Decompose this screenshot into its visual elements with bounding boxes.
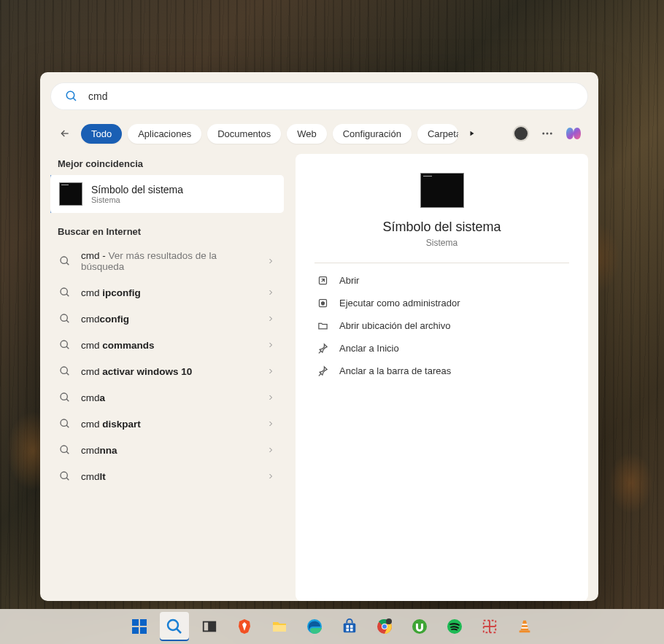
chevron-right-icon xyxy=(266,257,275,265)
svg-rect-41 xyxy=(350,625,353,628)
svg-point-46 xyxy=(382,624,387,629)
svg-rect-31 xyxy=(132,627,139,634)
chevron-right-icon xyxy=(266,367,275,376)
web-suggestion[interactable]: cmdlt xyxy=(50,463,284,489)
detail-action[interactable]: Abrir xyxy=(314,269,569,292)
svg-line-26 xyxy=(66,478,69,480)
suggestion-text: cmd diskpart xyxy=(81,419,256,430)
svg-point-7 xyxy=(547,133,549,135)
copilot-icon[interactable] xyxy=(563,123,584,144)
best-match-item[interactable]: Símbolo del sistema Sistema xyxy=(50,175,284,213)
tab-carpetas[interactable]: Carpetas xyxy=(417,124,458,144)
action-label: Abrir ubicación del archivo xyxy=(339,320,450,331)
svg-point-9 xyxy=(61,257,67,263)
detail-action[interactable]: Abrir ubicación del archivo xyxy=(314,314,569,337)
web-search-label: Buscar en Internet xyxy=(58,226,284,237)
taskbar-taskview[interactable] xyxy=(195,612,224,641)
chevron-right-icon xyxy=(266,341,275,349)
web-suggestion[interactable]: cmdconfig xyxy=(50,306,284,332)
svg-point-0 xyxy=(66,91,74,99)
search-icon xyxy=(59,444,71,456)
svg-point-25 xyxy=(61,472,67,478)
tabs-scroll-right[interactable] xyxy=(464,130,480,137)
best-match-sub: Sistema xyxy=(91,195,183,204)
taskbar-spotify[interactable] xyxy=(440,612,469,641)
suggestion-text: cmd ipconfig xyxy=(81,287,256,298)
taskbar-search[interactable] xyxy=(160,612,189,641)
tab-todo[interactable]: Todo xyxy=(81,124,122,144)
taskbar-snip[interactable] xyxy=(475,612,504,641)
svg-line-12 xyxy=(66,294,69,296)
detail-action[interactable]: Anclar a Inicio xyxy=(314,337,569,360)
more-menu[interactable] xyxy=(537,123,557,144)
tab-configuracion[interactable]: Configuración xyxy=(333,124,412,144)
detail-sub: Sistema xyxy=(426,238,458,248)
taskbar-store[interactable] xyxy=(335,612,364,641)
back-button[interactable] xyxy=(55,123,75,144)
pin-icon xyxy=(316,343,329,354)
taskbar-explorer[interactable] xyxy=(265,612,294,641)
account-avatar[interactable] xyxy=(511,123,531,144)
svg-point-15 xyxy=(61,341,67,347)
search-icon xyxy=(59,339,71,351)
suggestion-text: cmd commands xyxy=(81,340,256,351)
svg-rect-42 xyxy=(346,629,349,632)
search-icon xyxy=(65,90,78,103)
filter-tabs: Todo Aplicaciones Documentos Web Configu… xyxy=(50,123,588,144)
web-suggestion[interactable]: cmda xyxy=(50,384,284,411)
taskbar-utorrent[interactable] xyxy=(405,612,434,641)
suggestion-text: cmdlt xyxy=(81,471,256,482)
web-suggestion[interactable]: cmdnna xyxy=(50,437,284,463)
search-icon xyxy=(59,255,71,267)
svg-point-5 xyxy=(514,127,528,140)
svg-line-10 xyxy=(66,263,69,265)
web-suggestion[interactable]: cmd activar windows 10 xyxy=(50,358,284,384)
taskbar-start[interactable] xyxy=(125,612,154,641)
taskbar-brave[interactable] xyxy=(230,612,259,641)
svg-rect-35 xyxy=(204,622,209,632)
svg-line-24 xyxy=(66,451,69,454)
divider xyxy=(314,263,569,263)
svg-point-33 xyxy=(168,620,178,630)
svg-rect-40 xyxy=(346,625,349,628)
svg-line-16 xyxy=(66,346,69,349)
svg-point-47 xyxy=(386,618,392,624)
tab-documentos[interactable]: Documentos xyxy=(207,124,281,144)
svg-line-34 xyxy=(177,629,181,633)
suggestion-text: cmda xyxy=(81,392,256,403)
svg-point-11 xyxy=(61,288,67,295)
svg-line-18 xyxy=(66,373,69,375)
svg-point-8 xyxy=(550,133,552,135)
open-icon xyxy=(316,275,329,286)
chevron-right-icon xyxy=(266,288,275,297)
detail-actions: AbrirEjecutar como administradorAbrir ub… xyxy=(314,269,569,382)
taskbar-chrome[interactable] xyxy=(370,612,399,641)
svg-point-13 xyxy=(61,314,67,321)
web-suggestion[interactable]: cmd - Ver más resultados de la búsqueda xyxy=(50,243,284,279)
svg-rect-30 xyxy=(140,619,147,626)
detail-action[interactable]: Anclar a la barra de tareas xyxy=(314,360,569,382)
svg-rect-36 xyxy=(210,622,215,632)
detail-pane: Símbolo del sistema Sistema AbrirEjecuta… xyxy=(296,154,588,601)
search-icon xyxy=(59,392,71,403)
taskbar-edge[interactable] xyxy=(300,612,329,641)
search-box[interactable] xyxy=(50,82,588,110)
taskbar-vlc[interactable] xyxy=(510,612,539,641)
tab-web[interactable]: Web xyxy=(287,124,327,144)
chevron-right-icon xyxy=(266,314,275,323)
svg-rect-37 xyxy=(273,625,286,632)
search-input[interactable] xyxy=(88,90,574,102)
chevron-right-icon xyxy=(266,472,275,481)
action-label: Ejecutar como administrador xyxy=(339,298,460,309)
detail-action[interactable]: Ejecutar como administrador xyxy=(314,292,569,314)
pin-icon xyxy=(316,365,329,376)
web-suggestion[interactable]: cmd diskpart xyxy=(50,411,284,437)
web-suggestion[interactable]: cmd ipconfig xyxy=(50,279,284,306)
svg-marker-3 xyxy=(470,131,474,136)
results-column: Mejor coincidencia Símbolo del sistema S… xyxy=(50,154,284,601)
svg-rect-43 xyxy=(350,629,353,632)
suggestion-text: cmd activar windows 10 xyxy=(81,366,256,377)
web-suggestion[interactable]: cmd commands xyxy=(50,332,284,358)
tab-aplicaciones[interactable]: Aplicaciones xyxy=(128,124,201,144)
search-icon xyxy=(59,313,71,325)
